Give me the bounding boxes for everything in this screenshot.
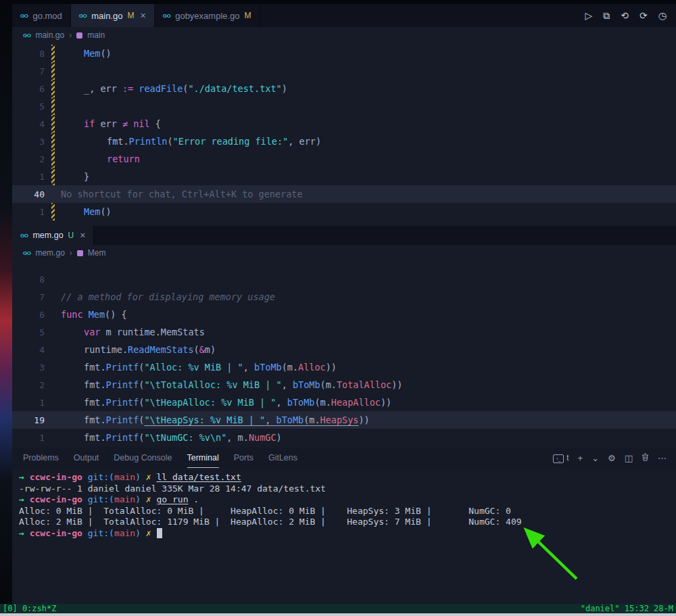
code-token: (m. (320, 379, 337, 390)
code-line[interactable]: 1Mem() (12, 203, 676, 220)
kill-terminal-trash-icon[interactable] (642, 453, 649, 463)
code-token: "\tHeapAlloc: %v MiB | " (144, 397, 276, 408)
new-terminal-button[interactable]: + (578, 453, 583, 463)
code-line[interactable]: 8Mem() (12, 45, 676, 62)
close-icon[interactable]: × (80, 230, 85, 241)
line-number: 3 (12, 137, 51, 147)
tab-mem-go[interactable]: GO mem.go U × (12, 226, 94, 245)
close-icon[interactable]: × (141, 10, 146, 21)
code-line[interactable]: 1} (12, 168, 676, 185)
code-line[interactable]: 5 (12, 97, 676, 115)
panel-tab-ports[interactable]: Ports (234, 448, 254, 468)
code-editor-mem-go[interactable]: 87// a method for displaying memory usag… (12, 261, 676, 448)
go-file-icon: GO (23, 250, 30, 256)
gutter-change-mark (51, 270, 55, 288)
code-line[interactable]: 8 (12, 270, 676, 288)
code-line[interactable]: 7 (12, 62, 676, 80)
code-line[interactable]: 5var m runtime.MemStats (12, 323, 676, 341)
settings-gear-icon[interactable]: ⚙ (608, 453, 616, 463)
code-token: return (107, 153, 140, 164)
tab-label: mem.go (32, 231, 63, 240)
code-text: func Mem() { (61, 309, 127, 320)
code-token: := (122, 83, 139, 94)
terminal[interactable]: → ccwc-in-go git:(main) ✗ ll data/test.t… (12, 468, 676, 604)
breadcrumb: GO mem.go › Mem (12, 245, 676, 261)
panel-tab-gitlens[interactable]: GitLens (268, 448, 297, 468)
terminal-token: ✗ (146, 528, 157, 538)
code-token: )) (358, 414, 369, 425)
code-text: fmt.Printf("Alloc: %v MiB | ", bToMb(m.A… (61, 362, 337, 373)
code-token: bToMb (293, 379, 320, 390)
code-token: )) (326, 362, 337, 373)
panel-tab-label: GitLens (268, 453, 297, 463)
code-line[interactable]: 4runtime.ReadMemStats(&m) (12, 341, 676, 358)
breadcrumb-file[interactable]: mem.go (35, 248, 64, 258)
code-text: No shortcut for chat, Ctrl+Alt+K to gene… (61, 189, 303, 199)
code-token: bToMb (276, 414, 304, 425)
tab-go-mod[interactable]: GO go.mod (12, 4, 71, 27)
code-line[interactable]: 4if err ≠ nil { (12, 115, 676, 133)
editor-actions: ▷ ⧉ ⟲ ⟳ ◷ (585, 4, 676, 27)
terminal-token: main (114, 528, 135, 538)
code-line[interactable]: 40No shortcut for chat, Ctrl+Alt+K to ge… (12, 185, 676, 203)
go-file-icon: GO (23, 32, 30, 39)
breadcrumb-symbol[interactable]: Mem (88, 248, 106, 258)
code-token: ReadMemStats (128, 344, 194, 355)
code-token: "./data/test.txt" (188, 83, 281, 94)
breadcrumb-symbol[interactable]: main (87, 30, 105, 40)
code-token: } (84, 171, 89, 182)
code-text: return (61, 153, 140, 164)
code-token: "\tTotalAlloc: %v MiB | " (144, 379, 281, 390)
code-line[interactable]: 7// a method for displaying memory usage (12, 288, 676, 306)
panel-tab-label: Terminal (187, 453, 219, 463)
launch-profile-button[interactable]: ›_ t (553, 452, 569, 463)
split-terminal-icon[interactable]: ◫ (625, 453, 633, 463)
code-token: ( (194, 344, 199, 355)
code-line[interactable]: 2fmt.Printf("\tTotalAlloc: %v MiB | ", b… (12, 376, 676, 394)
panel-tab-debug-console[interactable]: Debug Console (114, 448, 172, 468)
terminal-dropdown-chevron-icon[interactable]: ⌄ (592, 453, 599, 463)
code-editor-main-go[interactable]: 8Mem()76_, err := readFile("./data/test.… (12, 43, 676, 226)
code-token: No shortcut for chat, Ctrl+Alt+K to gene… (61, 189, 303, 199)
go-file-icon: GO (20, 233, 28, 239)
terminal-token: go run (157, 494, 189, 504)
terminal-token (157, 528, 162, 538)
line-number: 3 (12, 362, 51, 373)
code-token: Mem (89, 309, 105, 320)
code-line[interactable]: 1fmt.Printf("\tHeapAlloc: %v MiB | ", bT… (12, 394, 676, 411)
code-text: Mem() (61, 206, 112, 217)
code-token: // a method for displaying memory usage (61, 291, 275, 302)
tab-main-go[interactable]: GO main.go M × (71, 4, 155, 27)
code-token: , (265, 414, 276, 425)
terminal-token: Alloc: 0 MiB | TotalAlloc: 0 MiB | HeapA… (19, 506, 511, 516)
timeline-button[interactable]: ◷ (658, 10, 667, 21)
code-line[interactable]: 3fmt.Println("Error reading file:", err) (12, 133, 676, 150)
run-button[interactable]: ▷ (585, 10, 593, 21)
breadcrumb-file[interactable]: main.go (35, 30, 64, 40)
panel-tab-output[interactable]: Output (74, 448, 99, 468)
code-line[interactable]: 19fmt.Printf("\tHeapSys: %v MiB | ", bTo… (12, 411, 676, 429)
code-token: , (276, 397, 287, 408)
code-line[interactable]: 1fmt.Printf("\tNumGC: %v\n", m.NumGC) (12, 429, 676, 446)
breadcrumb: GO main.go › main (12, 27, 676, 43)
gutter-change-mark (51, 376, 55, 394)
panel-tab-problems[interactable]: Problems (23, 448, 59, 468)
tab-bar: GO go.mod GO main.go M × GO gobyexample.… (12, 4, 676, 27)
code-line[interactable]: 2return (12, 150, 676, 168)
line-number: 8 (12, 275, 51, 285)
code-token: bToMb (254, 362, 282, 373)
panel-bar: Problems Output Debug Console Terminal P… (12, 448, 676, 468)
run-below-button[interactable]: ⧉ (603, 10, 610, 22)
terminal-token: -rw-rw-r-- 1 daniel daniel 335K Mar 28 1… (19, 483, 326, 494)
tab-gobyexample-go[interactable]: GO gobyexample.go M (155, 4, 260, 27)
code-token: func (61, 309, 89, 320)
code-line[interactable]: 3fmt.Printf("Alloc: %v MiB | ", bToMb(m.… (12, 358, 676, 376)
code-line[interactable]: 6_, err := readFile("./data/test.txt") (12, 80, 676, 97)
more-actions-icon[interactable]: ⋯ (658, 453, 667, 463)
code-line[interactable]: 6func Mem() { (12, 306, 676, 323)
window-bottom-edge (0, 613, 676, 616)
panel-tab-terminal[interactable]: Terminal (187, 448, 219, 468)
step-back-button[interactable]: ⟲ (621, 10, 629, 21)
code-token: TotalAlloc (337, 379, 391, 390)
step-forward-button[interactable]: ⟳ (639, 10, 648, 21)
